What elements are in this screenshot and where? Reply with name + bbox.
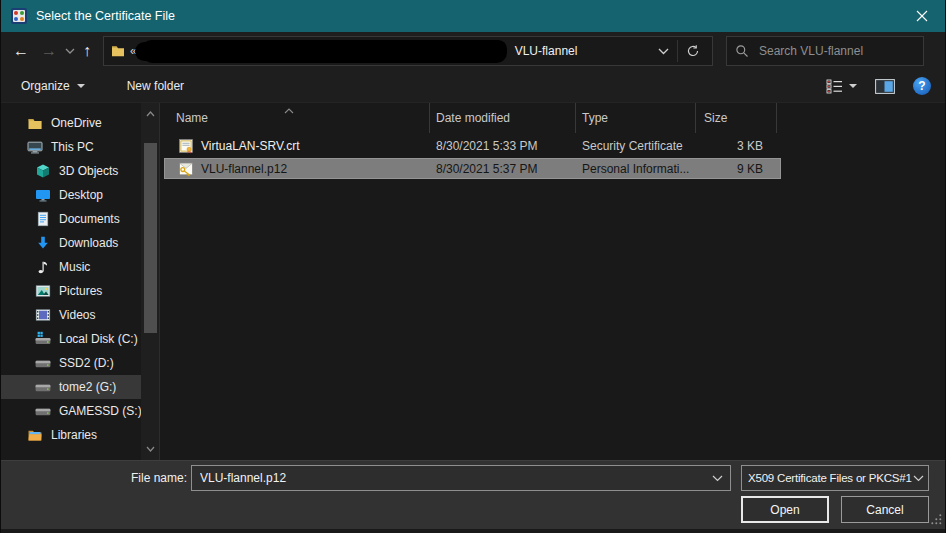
sidebar-item-onedrive[interactable]: OneDrive xyxy=(1,111,141,135)
sidebar-item-label: 3D Objects xyxy=(59,164,118,178)
desktop-icon xyxy=(35,187,51,203)
file-row-selected[interactable]: VLU-flannel.p12 8/30/2021 5:37 PM Person… xyxy=(164,158,781,179)
preview-pane-icon xyxy=(875,79,895,94)
sidebar-item-local-disk-c[interactable]: Local Disk (C:) xyxy=(1,327,141,351)
navigation-pane: OneDrive This PC xyxy=(1,103,141,460)
new-folder-button[interactable]: New folder xyxy=(117,70,194,102)
sidebar-item-label: Desktop xyxy=(59,188,103,202)
sidebar-item-label: tome2 (G:) xyxy=(59,380,116,394)
drive-icon xyxy=(35,355,51,371)
scroll-down-icon[interactable] xyxy=(146,442,155,456)
sidebar-item-label: SSD2 (D:) xyxy=(59,356,114,370)
address-current-folder[interactable]: VLU-flannel xyxy=(515,44,578,58)
search-icon xyxy=(735,44,749,58)
organize-label: Organize xyxy=(21,79,70,93)
sidebar-item-desktop[interactable]: Desktop xyxy=(1,183,141,207)
sidebar-item-libraries[interactable]: Libraries xyxy=(1,423,141,447)
sidebar-item-this-pc[interactable]: This PC xyxy=(1,135,141,159)
column-header-name[interactable]: Name xyxy=(160,103,430,133)
scrollbar-thumb[interactable] xyxy=(144,143,157,333)
sidebar-item-videos[interactable]: Videos xyxy=(1,303,141,327)
preview-pane-button[interactable] xyxy=(875,79,895,94)
close-button[interactable] xyxy=(899,0,945,32)
search-input[interactable] xyxy=(757,43,897,59)
music-icon xyxy=(35,259,51,275)
video-icon xyxy=(35,307,51,323)
window-bottom-edge xyxy=(1,529,945,533)
organize-button[interactable]: Organize xyxy=(11,70,95,102)
help-button[interactable]: ? xyxy=(913,77,931,95)
sidebar-item-label: Libraries xyxy=(51,428,97,442)
refresh-button[interactable] xyxy=(678,37,708,65)
sidebar-scrollbar[interactable] xyxy=(141,103,160,460)
chevron-down-icon xyxy=(913,475,924,482)
certificate-key-icon xyxy=(178,161,194,177)
file-size: 3 KB xyxy=(696,139,777,153)
sidebar-item-label: GAMESSD (S:) xyxy=(59,404,141,418)
chevron-down-icon xyxy=(712,475,723,482)
main-area: OneDrive This PC xyxy=(1,103,945,460)
address-bar[interactable]: « VLU-flannel xyxy=(103,36,713,66)
column-header-size[interactable]: Size xyxy=(696,103,777,133)
sidebar-item-label: Documents xyxy=(59,212,120,226)
file-date-modified: 8/30/2021 5:33 PM xyxy=(430,139,576,153)
file-type-dropdown[interactable]: X509 Certificate Files or PKCS#1 xyxy=(741,465,929,491)
certificate-icon xyxy=(178,138,194,154)
file-dialog-window: Select the Certificate File ← → ↑ « VLU- xyxy=(0,0,946,533)
window-title: Select the Certificate File xyxy=(36,9,175,23)
file-name: VirtuaLAN-SRV.crt xyxy=(201,139,300,153)
sidebar-item-documents[interactable]: Documents xyxy=(1,207,141,231)
picture-icon xyxy=(35,283,51,299)
file-name-input[interactable] xyxy=(192,471,705,485)
caret-down-icon xyxy=(849,84,857,88)
column-header-type[interactable]: Type xyxy=(576,103,696,133)
new-folder-label: New folder xyxy=(127,79,184,93)
sidebar-item-label: This PC xyxy=(51,140,94,154)
folder-icon xyxy=(110,43,126,59)
drive-icon xyxy=(35,403,51,419)
app-icon xyxy=(11,8,27,24)
back-button[interactable]: ← xyxy=(7,36,35,66)
refresh-icon xyxy=(686,44,700,58)
drive-windows-icon xyxy=(35,331,51,347)
file-name-dropdown-button[interactable] xyxy=(705,466,730,490)
sidebar-item-gamessd-s[interactable]: GAMESSD (S:) xyxy=(1,399,141,423)
chevron-down-icon xyxy=(658,48,669,55)
sidebar-item-label: Local Disk (C:) xyxy=(59,332,138,346)
scroll-up-icon[interactable] xyxy=(146,107,155,121)
forward-button[interactable]: → xyxy=(35,36,63,66)
sidebar-item-label: Music xyxy=(59,260,90,274)
cancel-button[interactable]: Cancel xyxy=(841,496,929,523)
sidebar-item-label: OneDrive xyxy=(51,116,102,130)
recent-locations-chevron-icon[interactable] xyxy=(63,36,77,66)
file-row[interactable]: VirtuaLAN-SRV.crt 8/30/2021 5:33 PM Secu… xyxy=(164,135,781,156)
change-view-button[interactable] xyxy=(826,79,857,94)
details-view-icon xyxy=(826,79,843,94)
sidebar-item-label: Downloads xyxy=(59,236,118,250)
caret-down-icon xyxy=(77,84,85,88)
resize-grip[interactable] xyxy=(930,511,942,529)
sidebar-item-pictures[interactable]: Pictures xyxy=(1,279,141,303)
sidebar-item-3d-objects[interactable]: 3D Objects xyxy=(1,159,141,183)
sidebar-item-ssd2-d[interactable]: SSD2 (D:) xyxy=(1,351,141,375)
sort-ascending-icon xyxy=(284,103,294,117)
sidebar-item-tome2-g[interactable]: tome2 (G:) xyxy=(1,375,141,399)
file-list-panel: Name Date modified Type Size xyxy=(160,103,945,460)
open-button[interactable]: Open xyxy=(741,496,829,523)
sidebar-item-downloads[interactable]: Downloads xyxy=(1,231,141,255)
cube-icon xyxy=(35,163,51,179)
sidebar-item-music[interactable]: Music xyxy=(1,255,141,279)
sidebar-item-label: Videos xyxy=(59,308,95,322)
command-bar: Organize New folder xyxy=(1,70,945,103)
address-dropdown-button[interactable] xyxy=(650,37,677,65)
close-icon xyxy=(916,10,928,22)
up-button[interactable]: ↑ xyxy=(77,36,97,66)
column-header-date-modified[interactable]: Date modified xyxy=(430,103,576,133)
redacted-path xyxy=(141,40,507,63)
document-icon xyxy=(35,211,51,227)
search-box[interactable] xyxy=(726,36,924,66)
file-name: VLU-flannel.p12 xyxy=(201,162,287,176)
file-type-value: X509 Certificate Files or PKCS#1 xyxy=(748,472,913,484)
navigation-bar: ← → ↑ « VLU-flannel xyxy=(1,32,945,70)
download-icon xyxy=(35,235,51,251)
